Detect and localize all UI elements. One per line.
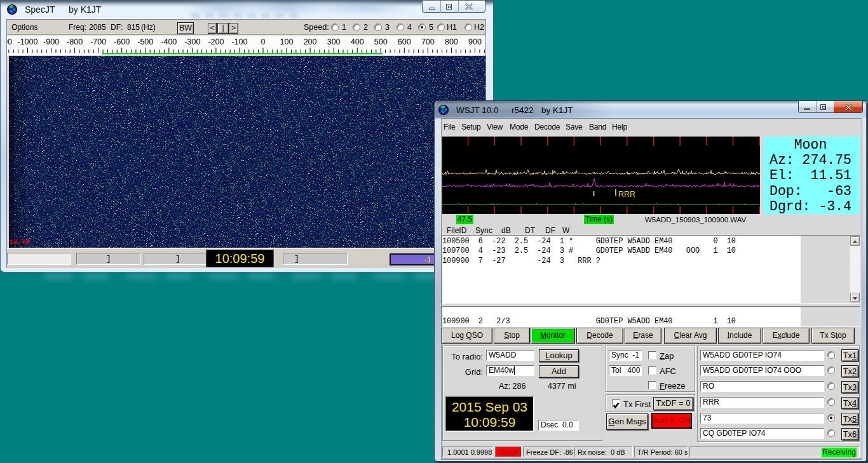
svg-text:-100: -100 <box>231 37 247 46</box>
svg-text:-200: -200 <box>208 37 224 46</box>
svg-text:RRR: RRR <box>618 190 635 199</box>
svg-text:-400: -400 <box>161 37 177 46</box>
svg-text:200: 200 <box>304 37 317 46</box>
svg-text:0: 0 <box>261 37 266 46</box>
svg-text:900: 900 <box>468 37 482 46</box>
svg-text:-500: -500 <box>137 37 153 46</box>
svg-text:-1000: -1000 <box>18 37 38 46</box>
svg-text:-600: -600 <box>114 37 130 46</box>
svg-text:-300: -300 <box>184 37 200 46</box>
svg-text:100: 100 <box>280 37 294 46</box>
svg-text:-800: -800 <box>67 37 83 46</box>
svg-text:300: 300 <box>327 37 341 46</box>
svg-text:500: 500 <box>374 37 388 46</box>
svg-text:700: 700 <box>421 37 435 46</box>
svg-text:-1100: -1100 <box>7 37 12 46</box>
svg-text:-900: -900 <box>43 37 59 46</box>
svg-text:800: 800 <box>445 37 458 46</box>
svg-text:600: 600 <box>398 37 411 46</box>
svg-text:400: 400 <box>351 37 364 46</box>
svg-text:-700: -700 <box>90 37 106 46</box>
